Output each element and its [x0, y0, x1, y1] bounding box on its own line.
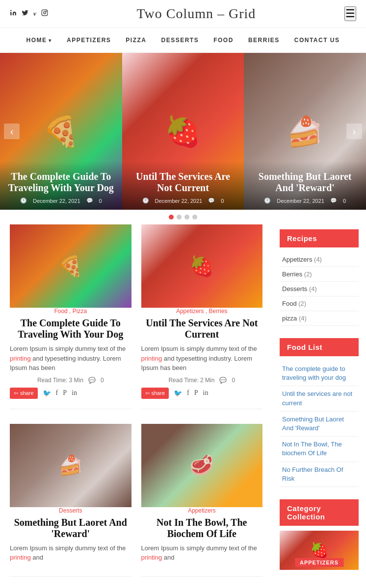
twitter-icon[interactable]	[22, 9, 28, 18]
food-list-item-3[interactable]: Something But Laoret And 'Reward'	[280, 412, 359, 437]
article-3: 🍰 Desserts Something But Laoret And 'Rew…	[10, 424, 131, 577]
dot-2[interactable]	[177, 215, 182, 220]
recipe-link-desserts[interactable]: Desserts (4)	[282, 285, 317, 293]
slide-3-overlay: Something But Laoret And 'Reward' 🕐 Dece…	[244, 161, 366, 210]
slide-3-date: December 22, 2021	[277, 198, 324, 204]
svg-point-0	[10, 10, 11, 11]
article-2-pinterest-icon[interactable]: P	[194, 389, 198, 397]
recipe-link-appetizers[interactable]: Appetizers (4)	[282, 256, 322, 263]
svg-rect-1	[42, 10, 48, 16]
article-4-title: Not In The Bowl, The Biochem Of Life	[141, 517, 263, 539]
recipe-item-pizza[interactable]: pizza (4)	[280, 311, 359, 326]
food-list-item-1[interactable]: The complete guide to traveling with you…	[280, 361, 359, 386]
nav-food[interactable]: FOOD	[213, 37, 234, 44]
site-title: Two Column – Grid	[136, 6, 256, 22]
article-2-share-button[interactable]: ⇦ share	[141, 388, 169, 399]
slide-3-title: Something But Laoret And 'Reward'	[251, 171, 359, 194]
slide-1-title: The Complete Guide To Traveling With You…	[7, 171, 115, 194]
slide-2-comment-icon: 💬	[208, 197, 215, 204]
hamburger-button[interactable]: ☰	[344, 6, 356, 21]
slide-1-comments: 0	[99, 198, 102, 204]
slide-3-meta: 🕐 December 22, 2021 💬 0	[251, 197, 359, 204]
recipe-link-berries[interactable]: Berries (2)	[282, 270, 312, 278]
food-list-item-5[interactable]: No Further Breach Of Risk	[280, 462, 359, 487]
nav-home[interactable]: HOME ▾	[26, 37, 52, 44]
article-2-tags: Appetizers , Berries	[141, 308, 263, 315]
article-1-readtime-label: Read Time: 3 Min	[37, 377, 83, 384]
instagram-icon[interactable]	[41, 9, 48, 18]
recipes-list: Appetizers (4) Berries (2) Desserts (4)	[280, 252, 359, 326]
article-1-excerpt: Lorem Ipsum is simply dummy text of the …	[10, 344, 131, 373]
recipe-link-pizza[interactable]: pizza (4)	[282, 315, 307, 322]
article-2-highlight: printing	[141, 355, 162, 362]
slider-next-button[interactable]: ›	[346, 123, 362, 139]
article-1-share-row: ⇦ share 🐦 f P in	[10, 388, 131, 399]
sidebar: Recipes Appetizers (4) Berries (2)	[272, 224, 366, 588]
navigation: HOME ▾ APPETIZERS PIZZA DESSERTS FOOD BE…	[0, 28, 366, 53]
recipe-link-food[interactable]: Food (2)	[282, 300, 306, 307]
article-1-facebook-icon[interactable]: f	[56, 389, 58, 397]
svg-point-2	[43, 12, 46, 14]
slide-2-overlay: Until The Services Are Not Current 🕐 Dec…	[122, 161, 244, 210]
article-4-highlight: printing	[141, 554, 162, 561]
share-icon-2: ⇦	[145, 390, 150, 396]
slide-1-overlay: The Complete Guide To Traveling With You…	[0, 161, 122, 210]
food-list-item-4[interactable]: Not In The Bowl, The biochem Of Life	[280, 437, 359, 462]
article-2-linkedin-icon[interactable]: in	[203, 389, 209, 397]
slide-2-meta: 🕐 December 22, 2021 💬 0	[130, 197, 237, 204]
article-2: 🍓 Appetizers , Berries Until The Service…	[141, 224, 263, 409]
slide-3-comment-icon: 💬	[330, 197, 337, 204]
article-2-excerpt: Lorem Ipsum is simply dummy text of the …	[141, 344, 263, 373]
vimeo-icon[interactable]: v	[33, 10, 36, 18]
article-2-meta: Read Time: 2 Min 💬 0	[141, 377, 263, 384]
article-4-excerpt: Lorem Ipsum is simply dummy text of the …	[141, 543, 263, 563]
category-widget: Category Collection 🍓 APPETIZERS	[280, 499, 359, 570]
slider-dots	[0, 210, 366, 224]
articles-row-2: 🍰 Desserts Something But Laoret And 'Rew…	[10, 424, 262, 588]
article-1-share-button[interactable]: ⇦ share	[10, 388, 38, 399]
article-1-highlight: printing	[10, 355, 31, 362]
slide-2-title: Until The Services Are Not Current	[130, 171, 237, 194]
nav-appetizers[interactable]: APPETIZERS	[67, 37, 111, 44]
food-list-item-2[interactable]: Until the services are not current	[280, 386, 359, 411]
hero-slider: 🍕 The Complete Guide To Traveling With Y…	[0, 53, 366, 210]
slide-2-comments: 0	[221, 198, 224, 204]
foodlist-widget-title: Food List	[280, 338, 359, 356]
article-3-tags: Desserts	[10, 507, 131, 514]
article-1-comments: 0	[101, 377, 104, 384]
recipes-widget-title: Recipes	[280, 229, 359, 247]
article-2-facebook-icon[interactable]: f	[187, 389, 189, 397]
linkedin-icon[interactable]	[10, 9, 17, 18]
nav-desserts[interactable]: DESSERTS	[161, 37, 199, 44]
article-3-title: Something But Laoret And 'Reward'	[10, 517, 131, 539]
main-content: 🍕 Food , Pizza The Complete Guide To Tra…	[0, 224, 366, 588]
recipe-item-appetizers[interactable]: Appetizers (4)	[280, 252, 359, 267]
recipe-item-berries[interactable]: Berries (2)	[280, 267, 359, 282]
nav-berries[interactable]: BERRIES	[248, 37, 280, 44]
articles-row-1: 🍕 Food , Pizza The Complete Guide To Tra…	[10, 224, 262, 424]
recipe-item-desserts[interactable]: Desserts (4)	[280, 282, 359, 296]
dot-3[interactable]	[184, 215, 189, 220]
article-3-excerpt: Lorem Ipsum is simply dummy text of the …	[10, 543, 131, 563]
slide-1-comment-icon: 💬	[86, 197, 93, 204]
article-1-meta: Read Time: 3 Min 💬 0	[10, 377, 131, 384]
dot-1[interactable]	[169, 215, 174, 220]
recipes-widget: Recipes Appetizers (4) Berries (2)	[280, 229, 359, 326]
category-appetizers-label: APPETIZERS	[295, 558, 343, 567]
recipe-item-food[interactable]: Food (2)	[280, 296, 359, 311]
article-2-twitter-icon[interactable]: 🐦	[174, 389, 182, 397]
article-1-linkedin-icon[interactable]: in	[72, 389, 77, 397]
nav-contact[interactable]: CONTACT US	[294, 37, 340, 44]
article-1: 🍕 Food , Pizza The Complete Guide To Tra…	[10, 224, 131, 409]
nav-pizza[interactable]: PIZZA	[126, 37, 146, 44]
slide-1-date: December 22, 2021	[33, 198, 80, 204]
article-1-pinterest-icon[interactable]: P	[63, 389, 67, 397]
article-4: 🥩 Appetizers Not In The Bowl, The Bioche…	[141, 424, 263, 577]
article-2-share-row: ⇦ share 🐦 f P in	[141, 388, 263, 399]
dot-4[interactable]	[192, 215, 197, 220]
articles-section: 🍕 Food , Pizza The Complete Guide To Tra…	[0, 224, 272, 588]
slider-prev-button[interactable]: ‹	[4, 123, 20, 139]
article-4-tags: Appetizers	[141, 507, 263, 514]
article-1-twitter-icon[interactable]: 🐦	[43, 389, 51, 397]
category-appetizers[interactable]: 🍓 APPETIZERS	[280, 531, 359, 570]
